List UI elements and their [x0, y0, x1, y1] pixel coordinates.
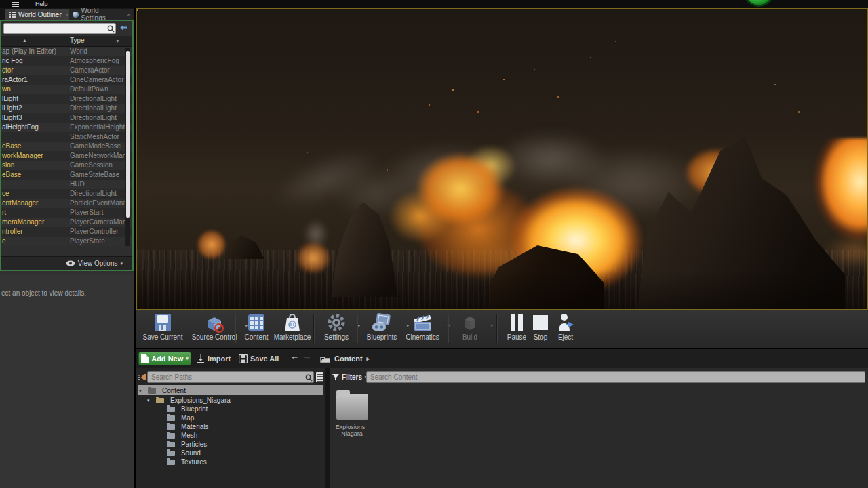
panel-tab-bar: World Outliner × World Settings ×	[0, 8, 134, 20]
outliner-row[interactable]: raActor1 CineCameraActor	[1, 75, 132, 85]
import-icon	[197, 354, 205, 363]
import-button[interactable]: Import	[197, 352, 231, 365]
breadcrumb[interactable]: Content ▸	[320, 352, 370, 365]
actor-name: lLight	[2, 94, 18, 104]
outliner-row[interactable]: eBase GameStateBase	[1, 170, 132, 180]
blueprints-button[interactable]: Blueprints ▾	[361, 312, 403, 346]
cinematics-button[interactable]: Cinematics ▾	[401, 312, 443, 346]
actor-type: CameraActor	[70, 66, 110, 75]
outliner-row[interactable]: HUD	[1, 180, 132, 189]
actor-type: GameStateBase	[70, 170, 119, 180]
outliner-settings-icon[interactable]	[119, 24, 128, 32]
outliner-row[interactable]: ctor CameraActor	[1, 66, 132, 75]
outliner-row[interactable]: ce DirectionalLight	[1, 189, 132, 199]
outliner-row[interactable]: ntroller PlayerController	[1, 227, 132, 237]
stop-button[interactable]: Stop	[528, 312, 553, 346]
back-arrow-icon[interactable]: ←	[290, 351, 299, 361]
outliner-row[interactable]: eBase GameModeBase	[1, 142, 132, 151]
eye-icon	[66, 260, 75, 266]
filters-button[interactable]: Filters ▾	[332, 371, 368, 383]
search-content-input[interactable]	[366, 371, 865, 383]
dropdown-arrow-icon: ▾	[490, 323, 493, 329]
build-blocks-icon	[460, 312, 480, 333]
actor-name: sion	[2, 161, 14, 170]
eject-button[interactable]: Eject	[551, 312, 580, 346]
view-options-bar[interactable]: View Options ▾	[1, 256, 132, 270]
tab-world-settings[interactable]: World Settings ×	[69, 9, 134, 20]
actor-type: DirectionalLight	[70, 104, 117, 113]
folder-icon	[167, 460, 175, 465]
actor-name: ap (Play In Editor)	[2, 47, 56, 56]
outliner-row[interactable]: alHeightFog ExponentialHeight	[1, 123, 132, 132]
button-label: Source Control	[187, 333, 241, 341]
outliner-column-header[interactable]: ▲ Type ▼	[1, 36, 132, 47]
outliner-row[interactable]: wn DefaultPawn	[1, 85, 132, 94]
menu-bar: Help	[0, 0, 868, 8]
breadcrumb-label[interactable]: Content	[334, 354, 363, 363]
folder-icon	[167, 424, 175, 430]
outliner-row[interactable]: meraManager PlayerCameraMan	[1, 218, 132, 227]
column-dropdown-icon[interactable]: ▼	[115, 39, 120, 43]
close-icon[interactable]: ×	[66, 12, 69, 18]
filter-funnel-icon	[332, 374, 339, 381]
save-all-button[interactable]: Save All	[239, 352, 279, 365]
level-viewport[interactable]	[136, 8, 868, 310]
outliner-row[interactable]: workManager GameNetworkMan	[1, 151, 132, 161]
button-label: Save Current	[141, 333, 184, 341]
actor-type: GameNetworkMan	[70, 151, 126, 161]
actor-name: ce	[2, 189, 9, 199]
search-paths-input[interactable]	[147, 371, 314, 383]
floppy-disk-icon	[153, 312, 173, 333]
outliner-row[interactable]: ap (Play In Editor) World	[1, 47, 132, 56]
tree-item-label: Materials	[181, 423, 209, 430]
outliner-row[interactable]: lLight3 DirectionalLight	[1, 113, 132, 123]
outliner-row[interactable]: entManager ParticleEventMana	[1, 199, 132, 208]
outliner-row[interactable]: lLight DirectionalLight	[1, 94, 132, 104]
asset-folder-item[interactable]: Explosions_ Niagara	[331, 388, 373, 437]
toolbar-separator	[496, 314, 498, 343]
actor-type: ExponentialHeight	[70, 123, 125, 132]
tree-item[interactable]: ▾ Content	[138, 385, 323, 395]
actor-type: PlayerStart	[70, 208, 103, 218]
source-control-button[interactable]: Source Control ▾	[187, 312, 241, 346]
content-browser-icon	[246, 312, 267, 333]
save-all-label: Save All	[250, 354, 279, 363]
outliner-row[interactable]: sion GameSession	[1, 161, 132, 170]
tree-item-label: Blueprint	[181, 405, 208, 413]
actor-type: CineCameraActor	[70, 75, 123, 85]
dropdown-arrow-icon: ▾	[186, 356, 189, 361]
outliner-search-input[interactable]	[3, 23, 116, 34]
button-label: Blueprints	[361, 333, 403, 341]
actor-name: eBase	[2, 142, 21, 151]
outliner-row[interactable]: ric Fog AtmosphericFog	[1, 56, 132, 66]
actor-name: e	[2, 237, 6, 246]
settings-button[interactable]: Settings ▾	[319, 312, 354, 346]
scrollbar-thumb[interactable]	[126, 51, 130, 218]
tree-item-label: Map	[181, 414, 194, 422]
save-all-icon	[239, 354, 248, 363]
toggle-sources-icon[interactable]	[138, 373, 146, 382]
close-icon[interactable]: ×	[127, 12, 130, 18]
breadcrumb-chevron-icon[interactable]: ▸	[367, 355, 370, 362]
outliner-row[interactable]: rt PlayerStart	[1, 208, 132, 218]
actor-name: alHeightFog	[2, 123, 39, 132]
outliner-scrollbar[interactable]	[125, 48, 130, 246]
outliner-row[interactable]: e PlayerState	[1, 237, 132, 246]
marketplace-button[interactable]: Marketplace	[269, 312, 316, 346]
save-current-button[interactable]: Save Current	[141, 312, 184, 346]
sort-ascending-icon[interactable]: ▲	[22, 38, 27, 43]
actor-type: DirectionalLight	[70, 189, 117, 199]
dropdown-arrow-icon[interactable]: ▾	[357, 323, 360, 329]
type-column-header[interactable]: Type	[70, 37, 85, 44]
actor-name: lLight2	[2, 104, 22, 113]
tree-item[interactable]: Textures	[138, 457, 323, 466]
outliner-row[interactable]: StaticMeshActor	[1, 132, 132, 142]
menu-help[interactable]: Help	[35, 0, 48, 8]
build-button: Build ▾	[453, 312, 487, 346]
list-view-icon[interactable]	[316, 372, 323, 382]
menu-icon[interactable]	[12, 2, 19, 7]
asset-name-line1: Explosions_	[331, 424, 373, 430]
outliner-row[interactable]: lLight2 DirectionalLight	[1, 104, 132, 113]
tab-world-outliner[interactable]: World Outliner ×	[5, 9, 72, 20]
add-new-button[interactable]: Add New ▾	[138, 352, 191, 365]
